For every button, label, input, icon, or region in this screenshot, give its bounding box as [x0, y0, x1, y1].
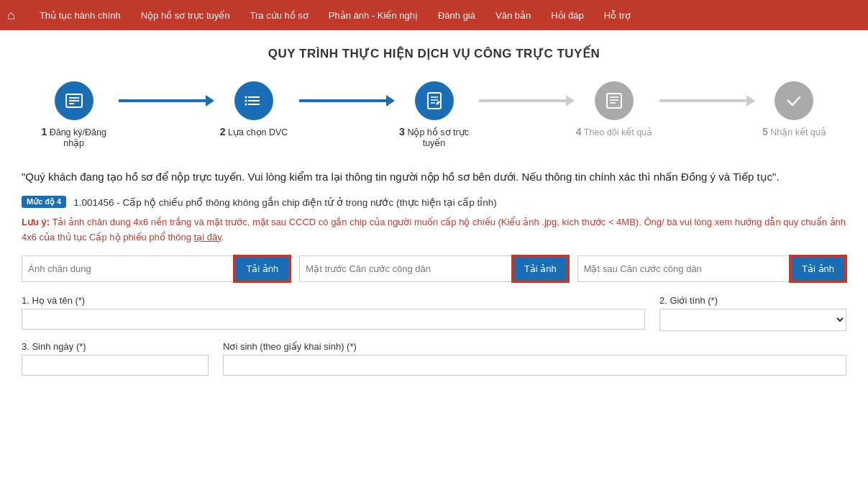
step-4-label: 4 Theo dõi kết quả: [576, 126, 652, 137]
nav-item-phan-anh[interactable]: Phản ánh - Kiến nghị: [329, 10, 418, 21]
connector-4-5: [659, 99, 749, 102]
stepper: 1 Đăng ký/Đăng nhập 2 Lựa chọn DVC 3 Nộp…: [0, 68, 868, 161]
nav-item-thu-tuc[interactable]: Thủ tục hành chính: [40, 10, 121, 21]
form-row-2: 3. Sinh ngày (*) Nơi sinh (theo giấy kha…: [22, 341, 846, 376]
step-1: 1 Đăng ký/Đăng nhập: [29, 81, 119, 148]
nav-item-hoi-dap[interactable]: Hỏi đáp: [551, 10, 584, 21]
step-5-label: 5 Nhận kết quả: [762, 126, 826, 137]
svg-rect-10: [428, 93, 441, 109]
upload-field-mat-truoc: Tải ảnh: [299, 255, 568, 282]
sinh-ngay-label: 3. Sinh ngày (*): [22, 341, 209, 352]
tai-anh-mat-truoc-button[interactable]: Tải ảnh: [513, 256, 568, 281]
ho-va-ten-input[interactable]: [22, 309, 645, 330]
step-1-label: 1 Đăng ký/Đăng nhập: [31, 126, 117, 148]
tai-anh-chan-dung-button[interactable]: Tải ảnh: [234, 256, 290, 281]
svg-point-8: [245, 100, 247, 102]
sinh-ngay-input[interactable]: [22, 355, 209, 376]
upload-field-anh-chan-dung: Tải ảnh: [22, 255, 291, 282]
svg-point-7: [245, 96, 247, 99]
step-3-label: 3 Nộp hồ sơ trực tuyến: [391, 126, 478, 148]
connector-2-3: [299, 99, 389, 102]
step-3: 3 Nộp hồ sơ trực tuyến: [389, 81, 479, 148]
anh-chan-dung-input[interactable]: [22, 258, 234, 279]
note-body: Tải ảnh chân dung 4x6 nền trắng và mặt t…: [22, 217, 846, 243]
connector-1-2: [119, 99, 209, 102]
svg-rect-14: [607, 94, 621, 108]
connector-3-4: [479, 99, 569, 102]
service-title-row: Mức độ 4 1.001456 - Cấp hộ chiếu phổ thô…: [22, 196, 846, 208]
form-group-gioi-tinh: 2. Giới tính (*) Nam Nữ: [659, 295, 846, 331]
mat-sau-input[interactable]: [578, 258, 790, 279]
badge-muc4: Mức độ 4: [22, 196, 66, 208]
noi-sinh-label: Nơi sinh (theo giấy khai sinh) (*): [223, 341, 846, 352]
step-5-circle: [775, 81, 813, 120]
step-4: 4 Theo dõi kết quả: [569, 81, 659, 137]
mat-truoc-input[interactable]: [300, 258, 512, 279]
step-5: 5 Nhận kết quả: [749, 81, 839, 137]
nav-item-danh-gia[interactable]: Đánh giá: [438, 10, 475, 21]
ho-va-ten-label: 1. Họ và tên (*): [22, 295, 645, 306]
nav-item-ho-tro[interactable]: Hỗ trợ: [604, 10, 631, 21]
upload-row: Tải ảnh Tải ảnh Tải ảnh: [22, 255, 846, 282]
step-2-circle: [234, 81, 273, 120]
service-code: 1.001456 - Cấp hộ chiếu phổ thông không …: [73, 196, 497, 208]
step-4-circle: [595, 81, 634, 120]
noi-sinh-input[interactable]: [223, 355, 846, 376]
note-text: Lưu ý: Tải ảnh chân dung 4x6 nền trắng v…: [22, 215, 846, 245]
step-2-label: 2 Lựa chọn DVC: [220, 126, 288, 137]
gioi-tinh-select[interactable]: Nam Nữ: [659, 309, 846, 331]
info-quote: "Quý khách đang tạo hồ sơ để nộp trực tu…: [22, 168, 846, 186]
form-group-noi-sinh: Nơi sinh (theo giấy khai sinh) (*): [223, 341, 846, 376]
form-row-1: 1. Họ và tên (*) 2. Giới tính (*) Nam Nữ: [22, 295, 846, 331]
form-group-ho-va-ten: 1. Họ và tên (*): [22, 295, 645, 330]
step-2: 2 Lựa chọn DVC: [209, 81, 298, 137]
page-title: QUY TRÌNH THỰC HIỆN DỊCH VỤ CÔNG TRỰC TU…: [0, 30, 868, 68]
nav-item-van-ban[interactable]: Văn bản: [495, 10, 531, 21]
tai-anh-mat-sau-button[interactable]: Tải ảnh: [790, 256, 846, 281]
note-prefix: Lưu ý:: [22, 217, 50, 227]
note-link[interactable]: tại đây: [194, 232, 221, 243]
nav-item-tra-cuu[interactable]: Tra cứu hồ sơ: [250, 10, 309, 21]
step-1-circle: [55, 81, 93, 120]
step-3-circle: [415, 81, 454, 120]
home-icon[interactable]: ⌂: [7, 8, 15, 23]
gioi-tinh-label: 2. Giới tính (*): [659, 295, 846, 306]
svg-point-9: [245, 104, 247, 106]
nav-item-nop-ho-so[interactable]: Nộp hồ sơ trực tuyến: [141, 10, 230, 21]
form-group-sinh-ngay: 3. Sinh ngày (*): [22, 341, 209, 376]
upload-field-mat-sau: Tải ảnh: [577, 255, 846, 282]
